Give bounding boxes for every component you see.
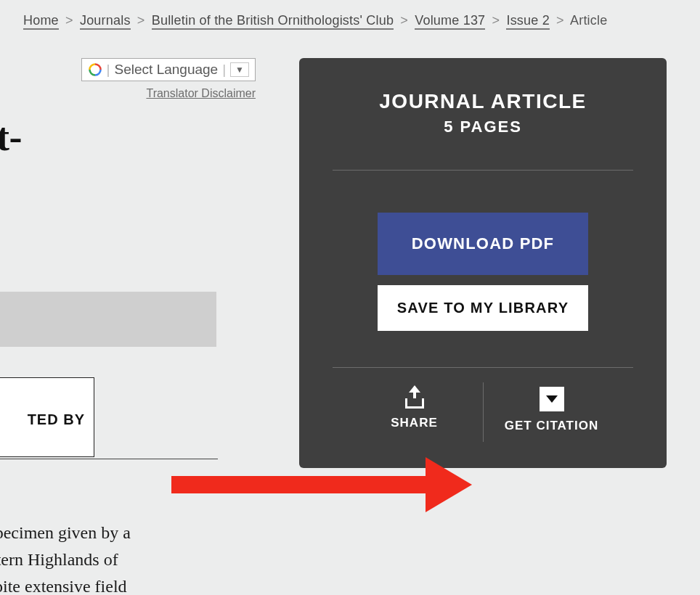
abstract-line: le specimen given by a bbox=[0, 520, 240, 546]
get-citation-action[interactable]: GET CITATION bbox=[487, 382, 617, 433]
translator-disclaimer-link[interactable]: Translator Disclaimer bbox=[65, 87, 256, 100]
download-pdf-button[interactable]: DOWNLOAD PDF bbox=[378, 213, 588, 275]
breadcrumb: Home > Journals > Bulletin of the Britis… bbox=[0, 0, 700, 37]
breadcrumb-home[interactable]: Home bbox=[23, 13, 59, 30]
breadcrumb-sep: > bbox=[556, 13, 564, 28]
share-icon bbox=[404, 387, 426, 409]
breadcrumb-journals[interactable]: Journals bbox=[80, 13, 131, 30]
panel-heading: JOURNAL ARTICLE bbox=[333, 90, 633, 113]
breadcrumb-volume[interactable]: Volume 137 bbox=[415, 13, 485, 30]
breadcrumb-journal[interactable]: Bulletin of the British Ornithologists' … bbox=[152, 13, 394, 30]
title-line-1: ui Owlet- bbox=[0, 115, 247, 160]
panel-divider bbox=[333, 367, 633, 368]
tab-cited-by[interactable]: TED BY bbox=[0, 377, 94, 457]
save-library-button[interactable]: SAVE TO MY LIBRARY bbox=[378, 285, 588, 331]
annotation-arrow bbox=[171, 464, 484, 511]
breadcrumb-sep: > bbox=[65, 13, 73, 28]
breadcrumb-sep: > bbox=[492, 13, 500, 28]
share-label: SHARE bbox=[391, 416, 438, 430]
hero-image-placeholder bbox=[0, 292, 216, 347]
abstract-line: Eastern Highlands of bbox=[0, 546, 240, 573]
section-divider bbox=[0, 459, 218, 459]
panel-divider bbox=[333, 170, 633, 171]
share-action[interactable]: SHARE bbox=[349, 382, 480, 430]
breadcrumb-sep: > bbox=[137, 13, 145, 28]
chevron-down-icon bbox=[540, 387, 564, 411]
title-line-2: rborghi bbox=[0, 158, 247, 203]
divider-icon: | bbox=[222, 62, 226, 78]
tab-label: TED BY bbox=[28, 411, 85, 427]
abstract-text: le specimen given by a Eastern Highlands… bbox=[0, 520, 240, 595]
abstract-line: despite extensive field bbox=[0, 573, 240, 595]
breadcrumb-current: Article bbox=[570, 13, 607, 28]
vertical-divider bbox=[483, 382, 484, 442]
citation-label: GET CITATION bbox=[505, 419, 598, 433]
article-title: ui Owlet- rborghi bbox=[0, 115, 247, 203]
article-actions-panel: JOURNAL ARTICLE 5 PAGES DOWNLOAD PDF SAV… bbox=[299, 58, 667, 468]
language-label: Select Language bbox=[115, 62, 219, 78]
share-citation-row: SHARE GET CITATION bbox=[333, 382, 633, 442]
page-count: 5 PAGES bbox=[333, 118, 633, 136]
language-select[interactable]: | Select Language | ▼ bbox=[81, 58, 256, 81]
divider-icon: | bbox=[107, 62, 110, 78]
google-translate-icon bbox=[88, 62, 102, 77]
breadcrumb-issue[interactable]: Issue 2 bbox=[506, 13, 549, 30]
chevron-down-icon: ▼ bbox=[230, 62, 249, 77]
language-selector-row: | Select Language | ▼ Translator Disclai… bbox=[65, 58, 256, 100]
breadcrumb-sep: > bbox=[400, 13, 408, 28]
